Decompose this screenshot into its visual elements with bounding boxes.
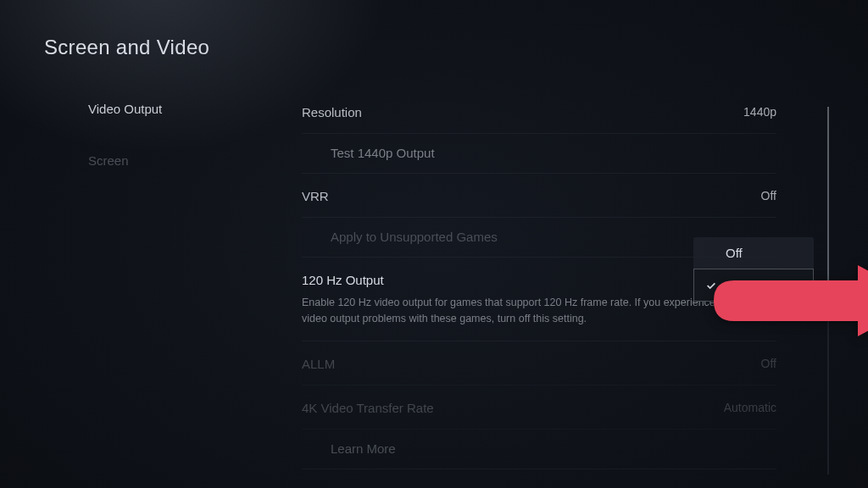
setting-label: 120 Hz Output (302, 273, 384, 287)
setting-learn-more[interactable]: Learn More (302, 430, 776, 469)
sidebar: Video Output Screen (44, 90, 264, 474)
setting-value: Off (761, 189, 776, 202)
setting-label: Resolution (302, 105, 362, 119)
settings-panel: Resolution 1440p Test 1440p Output VRR O… (264, 90, 868, 474)
page-title: Screen and Video (44, 36, 868, 59)
setting-label: Test 1440p Output (331, 146, 435, 160)
setting-label: Learn More (331, 441, 396, 456)
setting-vrr[interactable]: VRR Off (302, 174, 776, 218)
check-icon (704, 279, 718, 292)
setting-label: 4K Video Transfer Rate (302, 401, 434, 415)
scrollbar[interactable] (827, 107, 829, 474)
sidebar-item-label: Video Output (88, 102, 162, 116)
sidebar-item-video-output[interactable]: Video Output (88, 95, 264, 123)
setting-4k-transfer-rate[interactable]: 4K Video Transfer Rate Automatic (302, 385, 776, 430)
setting-label: Apply to Unsupported Games (331, 230, 498, 244)
setting-allm[interactable]: ALLM Off (302, 341, 776, 385)
setting-test-1440p[interactable]: Test 1440p Output (302, 134, 776, 174)
dropdown-option-off[interactable]: Off (693, 237, 814, 269)
setting-description: Enable 120 Hz video output for games tha… (302, 295, 743, 327)
sidebar-item-screen[interactable]: Screen (88, 147, 264, 175)
setting-value: 1440p (743, 105, 776, 119)
dropdown-option-label: Off (726, 246, 743, 260)
setting-label: VRR (302, 189, 329, 203)
setting-value: Off (761, 357, 776, 370)
setting-resolution[interactable]: Resolution 1440p (302, 90, 776, 134)
dropdown-option-label: Automatic (726, 278, 783, 292)
dropdown-option-automatic[interactable]: Automatic (693, 269, 814, 302)
dropdown-120hz: Off Automatic (693, 237, 814, 302)
setting-label: ALLM (302, 357, 335, 371)
sidebar-item-label: Screen (88, 153, 129, 168)
setting-value: Automatic (724, 401, 776, 414)
